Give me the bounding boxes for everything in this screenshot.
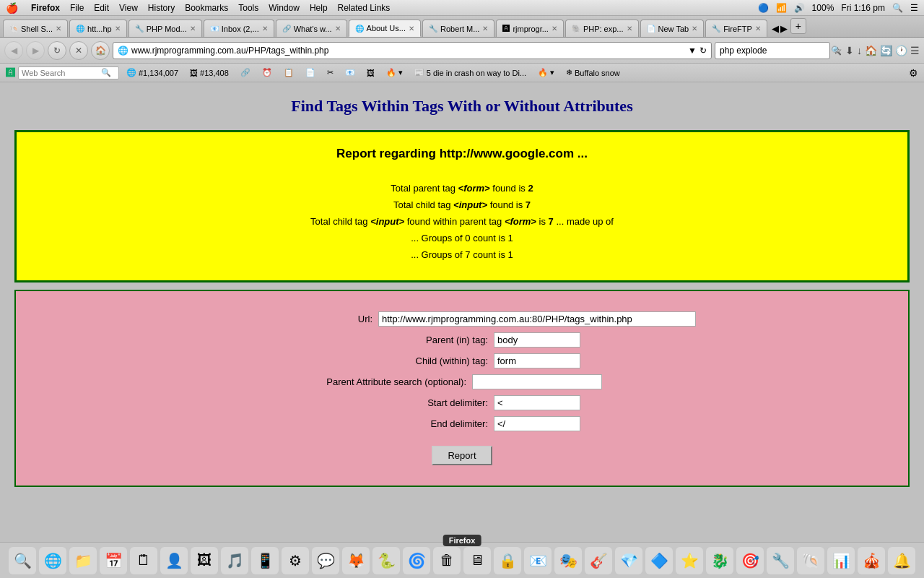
tab-about-close[interactable]: ✕ [409,25,414,33]
tab-inbox-close[interactable]: ✕ [262,25,268,33]
tab-php-mod[interactable]: 🔧 PHP Mod... ✕ [128,20,202,37]
bookmark-news[interactable]: 📰 5 die in crash on way to Di... [410,66,531,79]
file-menu[interactable]: File [70,3,84,13]
url-bar[interactable]: 🌐 ▼ ↻ [113,42,712,59]
tab-inbox[interactable]: 📧 Inbox (2,... ✕ [204,20,274,37]
result-line-1: Total parent tag <form> found is 2 [31,183,893,194]
start-delim-field[interactable] [494,395,580,410]
tab-fireftp-favicon: 🔧 [712,25,720,33]
sync-icon[interactable]: 🔄 [880,45,892,56]
help-menu[interactable]: Help [310,3,328,13]
tab-scroll-right[interactable]: ▶ [780,23,788,34]
child-tag-label: Child (within) tag: [344,355,488,366]
counter-label: #13,408 [200,69,229,77]
tab-fireftp-close[interactable]: ✕ [755,25,761,33]
tab-htt[interactable]: 🌐 htt...hp ✕ [69,20,127,37]
tab-new[interactable]: 📄 New Tab ✕ [640,20,705,37]
tab-whats-close[interactable]: ✕ [335,25,341,33]
tab-rjm[interactable]: 🅰 rjmprogr... ✕ [496,20,564,37]
tab-about[interactable]: 🌐 About Us... ✕ [349,20,421,37]
bookmark-scissors[interactable]: ✂ [323,66,338,79]
attr-row: Parent Attribute search (optional): [30,374,894,389]
list-icon[interactable]: ☰ [910,3,918,13]
forward-button[interactable]: ▶ [26,41,45,60]
tab-robert-favicon: 🔧 [429,25,437,33]
home-nav-icon[interactable]: 🏠 [865,45,877,56]
edit-menu[interactable]: Edit [94,3,109,13]
clock: Fri 1:16 pm [841,3,885,13]
web-search-input[interactable] [22,69,101,77]
bookmark-clock[interactable]: ⏰ [258,66,276,79]
fire2-dropdown[interactable]: ▾ [550,68,554,77]
bookmarks-menu[interactable]: Bookmarks [185,3,228,13]
search-input[interactable] [720,46,828,56]
link-icon: 🔗 [240,68,250,77]
url-reload-icon[interactable]: ↻ [699,46,707,56]
history-menu[interactable]: History [148,3,175,13]
bookmark-clipboard[interactable]: 📋 [279,66,298,79]
search-bar[interactable]: 🔍 [715,42,830,59]
bookmark-fire[interactable]: 🔥 ▾ [382,66,407,79]
alexa-label: #1,134,007 [139,69,178,77]
bookmark-photo[interactable]: 🖼 [362,67,379,79]
tab-inbox-favicon: 📧 [210,25,219,33]
tab-shell-label: Shell S... [21,25,53,33]
tab-rjm-close[interactable]: ✕ [552,25,557,33]
bookmark-alexa[interactable]: 🌐 #1,134,007 [122,66,183,79]
tab-php-exp-close[interactable]: ✕ [627,25,632,33]
bookmark-link[interactable]: 🔗 [236,66,255,79]
fire-dropdown[interactable]: ▾ [398,68,403,77]
view-menu[interactable]: View [119,3,138,13]
search-icon[interactable]: 🔍 [892,3,903,13]
child-tag-field[interactable] [494,353,580,368]
tab-fireftp[interactable]: 🔧 FireFTP ✕ [705,20,767,37]
related-links-menu[interactable]: Related Links [338,3,391,13]
firefox-menu[interactable]: Firefox [31,3,60,13]
web-search-icon[interactable]: 🔍 [101,68,111,77]
tab-htt-close[interactable]: ✕ [115,25,121,33]
tools-menu[interactable]: Tools [238,3,258,13]
tab-shell-close[interactable]: ✕ [56,25,61,33]
attr-field[interactable] [472,374,602,389]
downloads-icon[interactable]: ↓ [857,45,862,56]
parent-tag-field[interactable] [494,332,580,348]
url-field[interactable] [378,311,696,327]
tab-new-close[interactable]: ✕ [692,25,697,33]
history-nav-icon[interactable]: 🕐 [895,45,907,56]
tab-about-favicon: 🌐 [355,25,364,33]
bookmarks-gear-icon[interactable]: ⚙ [909,67,918,79]
url-input[interactable] [131,46,685,56]
bookmark-star-icon[interactable]: ☆ [833,45,842,56]
tab-whats-favicon: 🔗 [282,25,291,33]
new-tab-button[interactable]: + [790,18,806,34]
tab-php-mod-close[interactable]: ✕ [190,25,196,33]
tab-shell[interactable]: 🐚 Shell S... ✕ [3,20,68,37]
volume-icon: 🔊 [794,3,805,13]
home-button[interactable]: 🏠 [91,41,110,60]
bookmark-email[interactable]: 📧 [341,66,359,79]
tab-whats[interactable]: 🔗 What's w... ✕ [276,20,347,37]
tab-php-exp[interactable]: 🐘 PHP: exp... ✕ [565,20,639,37]
url-dropdown-icon[interactable]: ▼ [688,46,697,56]
bookmarks-bar-logo: 🅰 [6,67,15,78]
tab-scroll-left[interactable]: ◀ [772,23,779,34]
tab-robert[interactable]: 🔧 Robert M... ✕ [422,20,494,37]
bookmark-fire2[interactable]: 🔥 ▾ [533,66,559,79]
apple-menu[interactable]: 🍎 [6,2,18,14]
stop-button[interactable]: ✕ [69,41,88,60]
bookmark-counter[interactable]: 🖼 #13,408 [186,67,233,79]
bookmark-doc[interactable]: 📄 [301,66,320,79]
window-menu[interactable]: Window [269,3,300,13]
back-button[interactable]: ◀ [4,41,23,60]
tab-robert-close[interactable]: ✕ [482,25,488,33]
reload-button[interactable]: ↻ [48,41,66,60]
report-heading: Report regarding http://www.google.com .… [31,147,893,161]
download-icon[interactable]: ⬇ [845,45,854,56]
menu-icon[interactable]: ☰ [910,45,920,56]
end-delim-field[interactable] [494,416,580,431]
clipboard-icon: 📋 [284,68,294,77]
report-button[interactable]: Report [432,446,492,465]
bookmark-buffalo[interactable]: ❄ Buffalo snow [562,66,624,79]
battery-indicator: 100% [812,3,834,13]
tab-whats-label: What's w... [294,25,332,33]
